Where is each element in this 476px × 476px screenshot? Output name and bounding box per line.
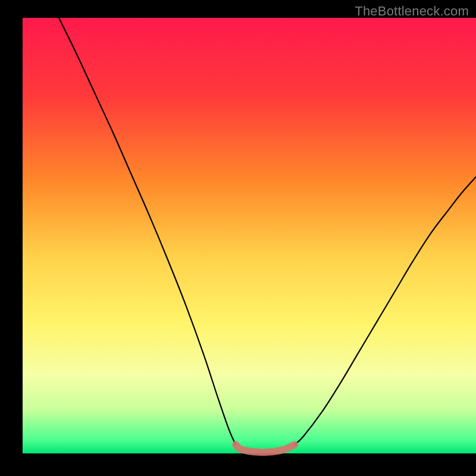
chart-container: TheBottleneck.com bbox=[0, 0, 476, 476]
bottleneck-chart bbox=[0, 0, 476, 476]
watermark-text: TheBottleneck.com bbox=[355, 4, 469, 19]
